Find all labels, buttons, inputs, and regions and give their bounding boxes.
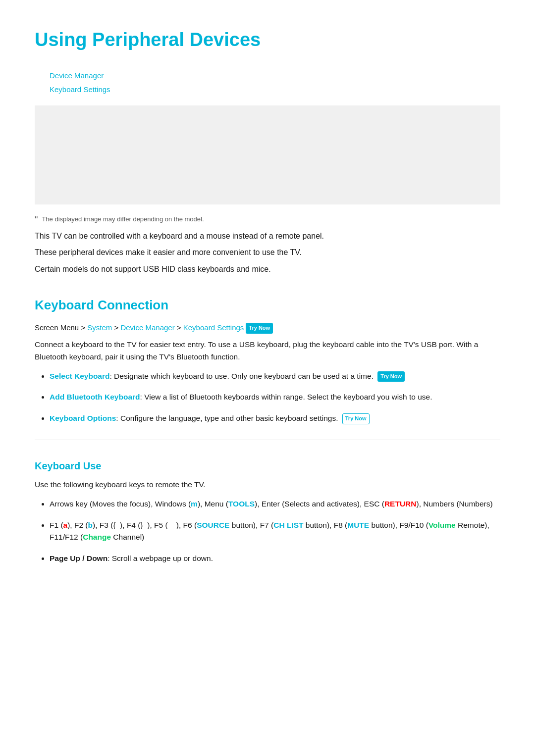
list-item-arrows: Arrows key (Moves the focus), Windows (m… <box>50 498 500 510</box>
try-now-badge-keyboard-options[interactable]: Try Now <box>342 413 370 424</box>
nav-link-device-manager[interactable]: Device Manager <box>50 70 500 82</box>
image-note: " The displayed image may differ dependi… <box>35 214 500 225</box>
keyboard-connection-desc: Connect a keyboard to the TV for easier … <box>35 339 500 363</box>
f6-text: button), F7 ( <box>229 521 273 529</box>
intro-line-3: Certain models do not support USB HID cl… <box>35 263 500 276</box>
f1-a: a <box>63 521 68 529</box>
f8-mute: MUTE <box>347 521 369 529</box>
arrows-text-1: Arrows key (Moves the focus), Windows ( <box>50 500 191 508</box>
breadcrumb-static: Screen Menu > <box>35 323 87 332</box>
keyboard-options-title[interactable]: Keyboard Options <box>50 414 116 422</box>
f7-chlist: CH LIST <box>273 521 303 529</box>
f6-source: SOURCE <box>197 521 229 529</box>
try-now-badge-breadcrumb[interactable]: Try Now <box>246 323 273 334</box>
arrows-m: m <box>191 500 198 508</box>
keyboard-use-desc: Use the following keyboard keys to remot… <box>35 479 500 491</box>
try-now-badge-select-keyboard[interactable]: Try Now <box>377 371 405 382</box>
select-keyboard-title[interactable]: Select Keyboard <box>50 372 109 380</box>
keyboard-options-text: Configure the language, type and other b… <box>118 414 338 422</box>
page-updown-title: Page Up / Down <box>50 554 107 562</box>
breadcrumb-device-manager[interactable]: Device Manager <box>120 323 174 332</box>
breadcrumb-keyboard-settings[interactable]: Keyboard Settings <box>183 323 244 332</box>
arrows-text-2: ), Menu ( <box>198 500 228 508</box>
page-title: Using Peripheral Devices <box>35 25 500 55</box>
f1-text: F1 ( <box>50 521 63 529</box>
nav-links: Device Manager Keyboard Settings <box>50 70 500 96</box>
device-image <box>35 105 500 204</box>
arrows-tools: TOOLS <box>228 500 255 508</box>
f3-text: ), F3 ({ ), F4 (} ), F5 ( ), F6 ( <box>93 521 197 529</box>
nav-link-keyboard-settings[interactable]: Keyboard Settings <box>50 84 500 96</box>
list-item-add-bluetooth: Add Bluetooth Keyboard: View a list of B… <box>50 391 500 403</box>
arrows-text-4: ), Numbers (Numbers) <box>417 500 493 508</box>
intro-line-2: These peripheral devices make it easier … <box>35 246 500 259</box>
keyboard-connection-title: Keyboard Connection <box>35 295 500 316</box>
keyboard-use-list: Arrows key (Moves the focus), Windows (m… <box>50 498 500 565</box>
intro-line-1: This TV can be controlled with a keyboar… <box>35 230 500 243</box>
add-bluetooth-title[interactable]: Add Bluetooth Keyboard <box>50 393 140 401</box>
f9-volume: Volume <box>428 521 456 529</box>
list-item-select-keyboard: Select Keyboard: Designate which keyboar… <box>50 370 500 383</box>
section-divider <box>35 440 500 440</box>
arrows-return: RETURN <box>384 500 417 508</box>
page-updown-text: : Scroll a webpage up or down. <box>107 554 213 562</box>
list-item-keyboard-options: Keyboard Options: Configure the language… <box>50 412 500 425</box>
list-item-page-updown: Page Up / Down: Scroll a webpage up or d… <box>50 553 500 565</box>
breadcrumb-arrow1: > <box>112 323 120 332</box>
f2-text: ), F2 ( <box>67 521 88 529</box>
breadcrumb: Screen Menu > System > Device Manager > … <box>35 322 500 334</box>
f11-text: Channel) <box>111 533 144 541</box>
breadcrumb-arrow2: > <box>175 323 183 332</box>
keyboard-use-title: Keyboard Use <box>35 458 500 474</box>
f8-text: button), F9/F10 ( <box>369 521 428 529</box>
arrows-text-3: ), Enter (Selects and activates), ESC ( <box>255 500 384 508</box>
f7-text: button), F8 ( <box>303 521 347 529</box>
select-keyboard-text: Designate which keyboard to use. Only on… <box>112 372 374 380</box>
keyboard-connection-list: Select Keyboard: Designate which keyboar… <box>50 370 500 425</box>
quote-mark: " <box>35 215 38 224</box>
f11-change: Change <box>83 533 111 541</box>
f2-b: b <box>88 521 93 529</box>
add-bluetooth-text: View a list of Bluetooth keyboards withi… <box>142 393 432 401</box>
breadcrumb-system[interactable]: System <box>87 323 112 332</box>
note-text: The displayed image may differ depending… <box>42 214 204 225</box>
list-item-f-keys: F1 (a), F2 (b), F3 ({ ), F4 (} ), F5 ( )… <box>50 519 500 544</box>
